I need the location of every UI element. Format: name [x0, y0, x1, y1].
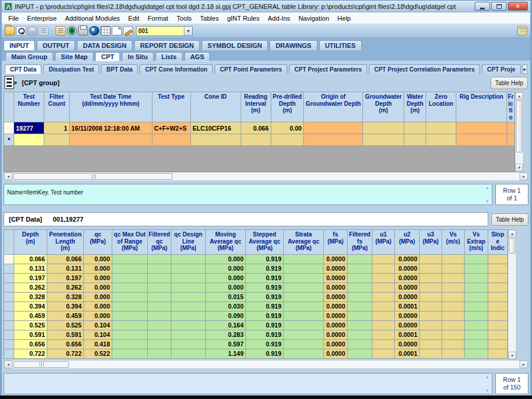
cell[interactable]	[304, 134, 363, 146]
cell[interactable]: 0.066	[14, 255, 47, 264]
minimize-button[interactable]	[475, 2, 490, 11]
scroll-down-icon[interactable]: ▾	[515, 164, 523, 171]
menu-item-navigation[interactable]: Navigation	[294, 14, 333, 23]
row-marker[interactable]	[4, 302, 14, 312]
cell[interactable]	[171, 293, 206, 302]
cell[interactable]: 0.0000	[324, 349, 348, 359]
trash-icon[interactable]	[517, 26, 527, 35]
cell[interactable]	[404, 122, 426, 134]
cell[interactable]	[148, 340, 171, 349]
cell[interactable]: 0.919	[246, 321, 284, 330]
cell[interactable]	[112, 312, 148, 321]
cell[interactable]	[456, 134, 507, 146]
tab-dissipation-test[interactable]: Dissipation Test	[43, 64, 99, 74]
cell[interactable]: 0.030	[206, 302, 246, 312]
cell[interactable]	[442, 340, 465, 349]
cell[interactable]: 0.066	[241, 122, 271, 134]
cell[interactable]	[148, 321, 171, 330]
cell[interactable]	[488, 293, 508, 302]
cell[interactable]	[171, 330, 206, 340]
cell[interactable]	[372, 283, 395, 293]
cell[interactable]: 0.394	[47, 302, 84, 312]
row-marker[interactable]	[4, 312, 14, 321]
cell[interactable]: 0.262	[14, 283, 47, 293]
cell[interactable]	[372, 302, 395, 312]
menu-item-format[interactable]: Format	[144, 14, 173, 23]
menu-item-help[interactable]: Help	[333, 14, 355, 23]
cell[interactable]	[148, 349, 171, 359]
cell[interactable]	[442, 264, 465, 274]
tab-output[interactable]: OUTPUT	[37, 40, 75, 50]
cell[interactable]: 0.919	[246, 255, 284, 264]
cell[interactable]	[171, 255, 206, 264]
cell[interactable]: 0.000	[84, 283, 112, 293]
scroll-up-icon[interactable]: ▴	[515, 92, 523, 100]
scroll-up-icon[interactable]: ▴	[486, 185, 488, 190]
cell[interactable]	[442, 293, 465, 302]
cell[interactable]: 0.525	[47, 321, 84, 330]
preview-eye-icon[interactable]	[67, 26, 77, 35]
cell[interactable]: 0.0001	[395, 302, 420, 312]
cell[interactable]	[348, 321, 372, 330]
cell[interactable]	[442, 312, 465, 321]
save-icon[interactable]	[27, 26, 37, 35]
tab-main-group[interactable]: Main Group	[5, 52, 53, 61]
cell[interactable]	[420, 321, 442, 330]
cell[interactable]: 0.104	[84, 321, 112, 330]
cell[interactable]	[284, 302, 324, 312]
scroll-down-icon[interactable]: ▾	[508, 352, 516, 359]
cell[interactable]	[148, 274, 171, 283]
cell[interactable]: 0.459	[47, 312, 84, 321]
cell[interactable]	[69, 134, 152, 146]
cell[interactable]	[148, 302, 171, 312]
group-navigator-icon[interactable]	[4, 76, 17, 90]
cell[interactable]	[348, 255, 372, 264]
cell[interactable]: 0.000	[84, 293, 112, 302]
close-button[interactable]: ×	[508, 2, 528, 11]
scroll-down-icon[interactable]: ▾	[486, 388, 488, 393]
cell[interactable]	[44, 134, 69, 146]
cell[interactable]	[442, 321, 465, 330]
cell[interactable]	[426, 134, 456, 146]
report-script-icon[interactable]	[56, 26, 66, 35]
menu-item-tables[interactable]: Tables	[196, 14, 223, 23]
cell[interactable]: 16/11/2008 12:18:00 AM	[69, 122, 152, 134]
tab-lists[interactable]: Lists	[155, 52, 183, 61]
cell[interactable]	[284, 312, 324, 321]
cell[interactable]	[348, 283, 372, 293]
cell[interactable]: 0.066	[47, 255, 84, 264]
cell[interactable]: 0.919	[246, 349, 284, 359]
cell[interactable]: 0.0000	[395, 340, 420, 349]
tab-ags[interactable]: AGS	[184, 52, 210, 61]
cell[interactable]	[112, 340, 148, 349]
cell[interactable]	[112, 321, 148, 330]
cell[interactable]	[442, 330, 465, 340]
cell[interactable]: 0.591	[14, 330, 47, 340]
cell[interactable]: 0.0000	[324, 264, 348, 274]
cell[interactable]	[171, 274, 206, 283]
cell[interactable]: 0.000	[84, 312, 112, 321]
project-id-combo[interactable]: 001 ▾	[136, 26, 193, 36]
cell[interactable]	[442, 255, 465, 264]
cell[interactable]: 0.0000	[324, 274, 348, 283]
cell[interactable]: 0.131	[14, 264, 47, 274]
cell[interactable]: 0.525	[14, 321, 47, 330]
scrollbar-thumb[interactable]	[13, 173, 173, 180]
cell[interactable]	[284, 264, 324, 274]
cell[interactable]: 0.0000	[324, 340, 348, 349]
menu-item-additional-modules[interactable]: Additional Modules	[61, 14, 124, 23]
menu-item-enterprise[interactable]: Enterprise	[23, 14, 61, 23]
combo-dropdown-icon[interactable]: ▾	[184, 27, 192, 35]
cell[interactable]	[284, 255, 324, 264]
cell[interactable]	[404, 134, 426, 146]
cell[interactable]: 0.919	[246, 264, 284, 274]
scroll-left-icon[interactable]: ◂	[4, 173, 12, 180]
tab-data-design[interactable]: DATA DESIGN	[77, 40, 132, 50]
cell[interactable]	[420, 264, 442, 274]
cell[interactable]: 0.090	[206, 312, 246, 321]
cell[interactable]	[372, 264, 395, 274]
cell[interactable]: 0.164	[206, 321, 246, 330]
cell[interactable]	[465, 274, 488, 283]
cell[interactable]	[488, 312, 508, 321]
cell[interactable]	[442, 302, 465, 312]
